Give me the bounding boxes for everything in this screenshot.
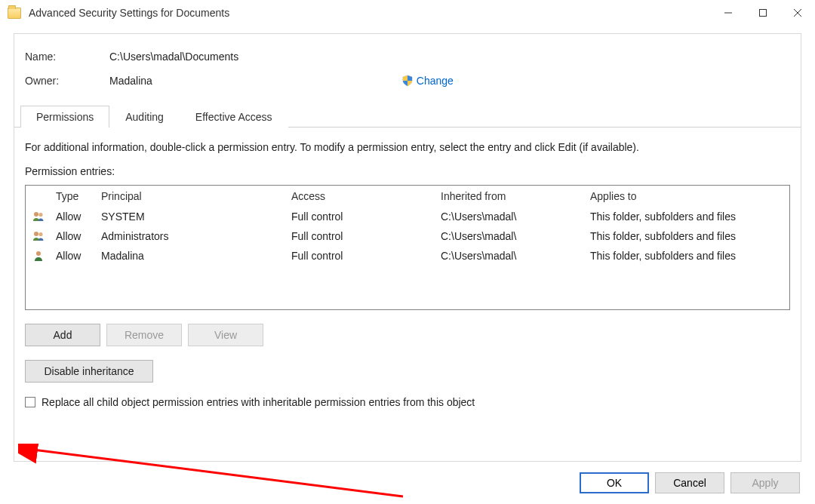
permission-table-header: Type Principal Access Inherited from App… bbox=[26, 186, 789, 207]
cell-type: Allow bbox=[51, 247, 97, 265]
col-principal-header[interactable]: Principal bbox=[97, 187, 287, 205]
permission-row[interactable]: AllowMadalinaFull controlC:\Users\madal\… bbox=[26, 246, 789, 266]
cell-inherited-from: C:\Users\madal\ bbox=[436, 227, 586, 245]
replace-children-label[interactable]: Replace all child object permission entr… bbox=[42, 396, 475, 408]
minimize-button[interactable] bbox=[711, 0, 746, 26]
apply-button: Apply bbox=[730, 472, 800, 493]
maximize-button[interactable] bbox=[746, 0, 780, 26]
col-applies-header[interactable]: Applies to bbox=[586, 187, 789, 205]
tab-permissions[interactable]: Permissions bbox=[20, 106, 109, 128]
cell-inherited-from: C:\Users\madal\ bbox=[436, 207, 586, 226]
cell-access: Full control bbox=[287, 227, 436, 245]
permission-row[interactable]: AllowSYSTEMFull controlC:\Users\madal\Th… bbox=[26, 207, 789, 226]
replace-children-row: Replace all child object permission entr… bbox=[14, 389, 801, 408]
cell-principal: SYSTEM bbox=[97, 207, 287, 226]
tabs: Permissions Auditing Effective Access bbox=[14, 105, 801, 128]
ok-button[interactable]: OK bbox=[580, 472, 649, 493]
dialog-content: Name: C:\Users\madal\Documents Owner: Ma… bbox=[14, 33, 801, 462]
name-label: Name: bbox=[25, 51, 109, 63]
close-button[interactable] bbox=[780, 0, 815, 26]
col-type-header[interactable]: Type bbox=[51, 187, 97, 205]
cell-applies-to: This folder, subfolders and files bbox=[586, 227, 789, 245]
disable-inheritance-button[interactable]: Disable inheritance bbox=[25, 360, 153, 383]
cell-access: Full control bbox=[287, 207, 436, 226]
cell-inherited-from: C:\Users\madal\ bbox=[436, 247, 586, 265]
permission-action-buttons: Add Remove View bbox=[14, 318, 801, 352]
svg-point-4 bbox=[34, 212, 38, 217]
cell-principal: Administrators bbox=[97, 227, 287, 245]
tab-effective-access[interactable]: Effective Access bbox=[180, 106, 288, 128]
cell-access: Full control bbox=[287, 247, 436, 265]
permission-entries-heading: Permission entries: bbox=[14, 161, 801, 182]
view-button: View bbox=[188, 324, 263, 346]
uac-shield-icon bbox=[401, 75, 414, 87]
window-title: Advanced Security Settings for Documents bbox=[29, 7, 229, 19]
add-button[interactable]: Add bbox=[25, 324, 100, 346]
cell-applies-to: This folder, subfolders and files bbox=[586, 247, 789, 265]
inheritance-buttons: Disable inheritance bbox=[14, 352, 801, 389]
permission-row[interactable]: AllowAdministratorsFull controlC:\Users\… bbox=[26, 226, 789, 246]
folder-icon bbox=[8, 8, 21, 19]
svg-point-6 bbox=[34, 232, 38, 236]
cell-type: Allow bbox=[51, 227, 97, 245]
col-inherited-header[interactable]: Inherited from bbox=[436, 187, 586, 205]
cell-applies-to: This folder, subfolders and files bbox=[586, 207, 789, 226]
dialog-footer: OK Cancel Apply bbox=[580, 472, 800, 493]
tab-auditing[interactable]: Auditing bbox=[109, 106, 180, 128]
remove-button: Remove bbox=[106, 324, 182, 346]
owner-value: Madalina bbox=[109, 75, 152, 87]
change-owner-link[interactable]: Change bbox=[417, 75, 454, 87]
principal-icon bbox=[26, 247, 51, 265]
owner-label: Owner: bbox=[25, 75, 109, 87]
replace-children-checkbox[interactable] bbox=[25, 397, 35, 407]
svg-point-5 bbox=[38, 213, 42, 217]
col-access-header[interactable]: Access bbox=[287, 187, 436, 205]
name-row: Name: C:\Users\madal\Documents bbox=[14, 48, 801, 66]
titlebar: Advanced Security Settings for Documents bbox=[0, 0, 815, 26]
principal-icon bbox=[26, 207, 51, 226]
svg-rect-1 bbox=[760, 10, 767, 17]
svg-point-8 bbox=[36, 251, 41, 256]
name-value: C:\Users\madal\Documents bbox=[109, 51, 238, 63]
instructions-text: For additional information, double-click… bbox=[14, 128, 801, 161]
cell-type: Allow bbox=[51, 207, 97, 226]
permission-entries-table: Type Principal Access Inherited from App… bbox=[25, 185, 790, 310]
principal-icon bbox=[26, 227, 51, 245]
svg-point-7 bbox=[38, 232, 42, 236]
cancel-button[interactable]: Cancel bbox=[655, 472, 724, 493]
owner-row: Owner: Madalina Change bbox=[14, 72, 801, 90]
cell-principal: Madalina bbox=[97, 247, 287, 265]
